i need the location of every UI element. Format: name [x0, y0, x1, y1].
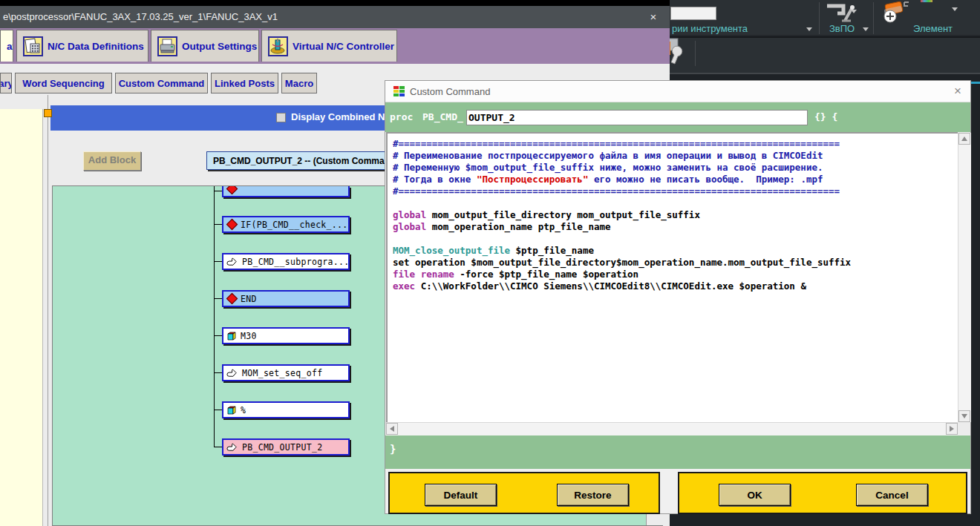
tab-ath[interactable]: ath — [0, 30, 13, 62]
code-line: # Тогда в окне "Постпроцессировать" его … — [393, 174, 958, 185]
command-block-m30[interactable]: M30 — [222, 327, 350, 344]
proc-prefix-label: PB_CMD_ — [422, 111, 463, 122]
tab-virtual-n-c-controller[interactable]: Virtual N/C Controller — [261, 30, 397, 62]
command-block-label: % — [241, 405, 246, 415]
display-combined-label: Display Combined N/C — [291, 111, 394, 122]
custom-command-hand-icon — [226, 257, 238, 266]
command-block-mom-set-seq-off[interactable]: MOM_set_seq_off — [222, 364, 350, 381]
custom-command-hand-icon — [226, 369, 238, 378]
subtab-label: Linked Posts — [215, 78, 275, 89]
tab-label: Virtual N/C Controller — [293, 41, 394, 52]
subtab-macro[interactable]: Macro — [281, 73, 317, 93]
scrollbar-corner — [958, 422, 970, 435]
tree-connector-stub — [214, 410, 222, 410]
subtab-custom-command[interactable]: Custom Command — [115, 73, 208, 93]
main-tab-bar: athN/C Data DefinitionsOutput SettingsVi… — [0, 28, 670, 64]
dark-app-accent-line — [971, 82, 980, 84]
printer-icon — [157, 36, 177, 56]
ribbon-group-zvpo-label: ЗвПО — [829, 23, 855, 34]
subtab-label: Word Sequencing — [22, 78, 104, 89]
dialog-primary-actions: OK Cancel — [678, 472, 967, 514]
command-block-label: PB_CMD_OUTPUT_2 — [242, 442, 322, 453]
command-block-label: MOM_set_seq_off — [242, 368, 322, 378]
custom-command-icon — [393, 86, 405, 97]
tab-label: N/C Data Definitions — [48, 41, 144, 52]
ribbon-divider — [873, 2, 874, 34]
command-block-%[interactable]: % — [222, 401, 350, 418]
proc-name-input[interactable] — [466, 110, 808, 125]
dialog-close-button[interactable]: × — [954, 84, 961, 99]
add-block-button[interactable]: Add Block — [83, 151, 141, 171]
code-line: set operation $mom_output_file_directory… — [393, 257, 958, 269]
tree-connector-stub — [214, 335, 222, 336]
ribbon-divider — [695, 41, 696, 66]
scroll-up-button[interactable] — [958, 133, 970, 145]
code-line: exec C:\\WorkFolder\\CIMCO Siemens\\CIMC… — [393, 280, 958, 292]
subtab-linked-posts[interactable]: Linked Posts — [211, 73, 278, 93]
ok-button[interactable]: OK — [719, 484, 791, 506]
command-block-label: IF(PB_CMD__check_... — [241, 220, 347, 230]
proc-open-braces: {} { — [814, 111, 837, 122]
tree-connector-line — [214, 186, 215, 447]
tab-n-c-data-definitions[interactable]: N/C Data Definitions — [16, 30, 148, 62]
command-block-end[interactable]: END — [222, 290, 350, 307]
block-selector-value: PB_CMD_OUTPUT_2 -- (Custom Command — [213, 156, 395, 166]
horizontal-scrollbar[interactable] — [386, 422, 958, 435]
probe-dropdown-caret[interactable] — [851, 10, 857, 13]
ribbon-divider — [819, 2, 820, 34]
proc-close-brace: } — [390, 443, 396, 455]
top-black-strip — [0, 0, 670, 6]
default-button[interactable]: Default — [425, 484, 497, 506]
left-side-panel — [0, 109, 43, 526]
element-top-dropdown-caret[interactable] — [952, 7, 958, 11]
scroll-down-button[interactable] — [958, 410, 970, 422]
tab-label: Output Settings — [182, 41, 257, 52]
subtab-ary[interactable]: ary — [0, 73, 12, 93]
code-editor[interactable]: #=======================================… — [386, 132, 958, 422]
zvpo-caret[interactable] — [863, 27, 869, 31]
display-combined-checkbox[interactable] — [276, 113, 286, 122]
drag-handle[interactable] — [44, 109, 52, 117]
command-block-pb-cmd-subprogra-[interactable]: PB_CMD__subprogra... — [222, 253, 350, 270]
tool-categories-caret[interactable] — [806, 27, 812, 31]
code-line — [393, 197, 958, 209]
proc-keyword-label: proc — [390, 111, 413, 122]
marker-diamond-icon — [226, 220, 236, 229]
command-block-pb-cmd-output-2[interactable]: PB_CMD_OUTPUT_2 — [222, 438, 350, 456]
subtab-word-sequencing[interactable]: Word Sequencing — [15, 73, 112, 93]
vertical-scrollbar[interactable] — [958, 133, 971, 422]
subtab-label: Custom Command — [119, 78, 205, 89]
code-line: file rename -force $ptp_file_name $opera… — [393, 269, 958, 280]
code-line: # Переменную $mom_output_file_suffix ниж… — [393, 162, 958, 174]
code-line: MOM_close_output_file $ptp_file_name — [393, 245, 958, 257]
code-line — [393, 233, 958, 245]
dialog-title: Custom Command — [410, 86, 490, 97]
dark-app-ribbon-row2 — [667, 36, 980, 74]
command-block-if-pb-cmd-check-[interactable]: IF(PB_CMD__check_... — [222, 216, 350, 233]
tree-connector-stub — [214, 224, 222, 225]
scroll-right-button[interactable] — [946, 423, 958, 435]
restore-button[interactable]: Restore — [557, 484, 629, 506]
code-line: #=======================================… — [393, 185, 958, 197]
screen: рии инструмента ЗвПО Элемент e\postproce… — [0, 0, 980, 526]
tree-connector-stub — [214, 447, 222, 447]
window-close-button[interactable]: × — [646, 6, 661, 28]
tab-label: ath — [7, 41, 13, 52]
command-block-clipped[interactable] — [222, 186, 350, 197]
proc-header: proc PB_CMD_ {} { — [385, 102, 970, 132]
marker-diamond-icon — [226, 295, 236, 303]
custom-command-hand-icon — [226, 443, 238, 452]
cancel-button[interactable]: Cancel — [856, 484, 928, 506]
tab-output-settings[interactable]: Output Settings — [151, 30, 259, 62]
tree-connector-stub — [214, 191, 222, 191]
add-element-icon[interactable] — [880, 0, 914, 24]
scroll-left-button[interactable] — [386, 423, 398, 435]
command-block-label: M30 — [241, 331, 257, 341]
dialog-titlebar: Custom Command × — [385, 81, 970, 102]
code-line: #=======================================… — [393, 138, 958, 150]
machine-icon — [268, 36, 288, 56]
proc-footer: } — [385, 435, 970, 469]
panel-divider — [48, 95, 48, 526]
tree-connector-stub — [214, 372, 222, 373]
command-block-label: PB_CMD__subprogra... — [242, 257, 349, 267]
